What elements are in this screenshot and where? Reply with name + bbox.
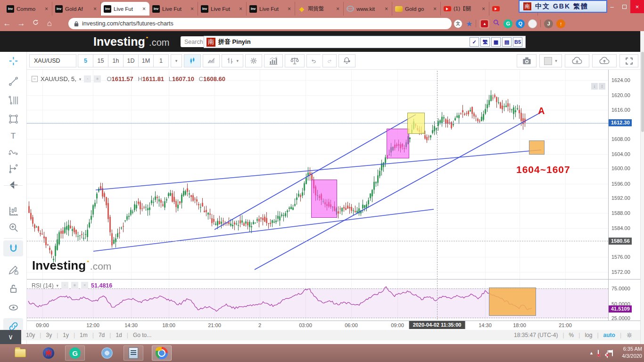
translate-icon[interactable]: 文 bbox=[454, 19, 462, 28]
window-restore-button[interactable] bbox=[618, 0, 630, 13]
rsi-caret-icon[interactable]: ▾ bbox=[57, 283, 59, 288]
reload-icon[interactable] bbox=[28, 19, 42, 28]
load-chart-button[interactable] bbox=[565, 54, 589, 67]
profile-avatar[interactable]: J bbox=[544, 19, 553, 28]
taskbar-explorer-icon[interactable] bbox=[10, 346, 30, 361]
pane-divider[interactable] bbox=[27, 279, 640, 280]
legend-symbol[interactable]: XAU/USD, 5, bbox=[41, 75, 76, 82]
magenta-annotation-box[interactable] bbox=[387, 129, 409, 158]
compare-scales-button[interactable] bbox=[285, 54, 305, 67]
tray-network-icon[interactable] bbox=[612, 350, 613, 356]
measure-tool-icon[interactable] bbox=[3, 203, 23, 219]
scale-down-button[interactable]: ↓ bbox=[591, 83, 598, 90]
ime-toolbar-button-1[interactable]: 繁 bbox=[480, 37, 490, 47]
ime-toolbar-button-0[interactable]: ✓ bbox=[470, 37, 479, 47]
tray-action-center-flag-icon[interactable]: ✕ bbox=[607, 350, 608, 356]
range-button-10y[interactable]: 10y bbox=[21, 332, 40, 338]
yellow-annotation-box[interactable] bbox=[407, 113, 425, 134]
rsi-remove-icon[interactable]: × bbox=[81, 282, 88, 289]
tab-close-icon[interactable]: × bbox=[335, 6, 340, 12]
taskbar-grammarly-icon[interactable]: G bbox=[65, 346, 85, 361]
browser-scrollbar[interactable] bbox=[640, 31, 644, 344]
text-tool-icon[interactable]: T bbox=[3, 128, 23, 144]
ime-toolbar-button-4[interactable]: B5 bbox=[513, 37, 522, 47]
pdf-extension-icon[interactable]: ▲ bbox=[479, 19, 489, 28]
time-axis[interactable]: 09:0012:0014:3018:0021:00203:0006:0009:0… bbox=[27, 321, 644, 330]
timeframe-button-5[interactable]: 5 bbox=[78, 54, 93, 67]
lens-extension-icon[interactable] bbox=[493, 19, 500, 28]
collapse-panel-button[interactable]: ∨ bbox=[0, 330, 21, 344]
range-button-7d[interactable]: 7d bbox=[94, 332, 109, 338]
home-icon[interactable]: ⌂ bbox=[42, 19, 57, 28]
settings-gear-button[interactable] bbox=[245, 54, 262, 67]
save-chart-button[interactable] bbox=[592, 54, 617, 67]
browser-tab-7[interactable]: www.kit× bbox=[344, 2, 392, 16]
bookmark-star-icon[interactable]: ★ bbox=[466, 19, 472, 28]
shapes-tool-icon[interactable] bbox=[3, 111, 23, 127]
area-chart-type-button[interactable] bbox=[203, 54, 220, 67]
candlestick-chart-type-button[interactable] bbox=[184, 54, 201, 67]
rsi-settings-icon[interactable]: ∗ bbox=[71, 282, 78, 289]
screenshot-camera-button[interactable] bbox=[517, 54, 537, 67]
auto-scale-button[interactable]: auto bbox=[599, 332, 620, 338]
alert-bell-button[interactable] bbox=[339, 54, 355, 67]
legend-caret-icon[interactable]: ▾ bbox=[79, 77, 82, 82]
tab-close-icon[interactable]: × bbox=[287, 6, 292, 12]
scale-updown-button[interactable]: ↕ bbox=[599, 83, 605, 90]
percent-scale-button[interactable]: % bbox=[564, 332, 579, 338]
log-scale-button[interactable]: log bbox=[580, 332, 597, 338]
ime-language-panel[interactable]: 南 中文 GBK 繁體 bbox=[519, 0, 607, 13]
elliott-wave-tool-icon[interactable] bbox=[3, 144, 23, 160]
timeframe-button-1D[interactable]: 1D bbox=[123, 54, 139, 67]
goto-button[interactable]: Go to... bbox=[128, 332, 156, 338]
symbol-input[interactable]: XAU/USD bbox=[29, 54, 76, 67]
draw-lock-tool-icon[interactable] bbox=[3, 262, 23, 278]
taskbar-clock[interactable]: 6:35 AM 4/3/2020 bbox=[622, 346, 642, 360]
browser-tab-4[interactable]: InvLive Fut× bbox=[198, 2, 247, 16]
ime-toolbar-button-2[interactable]: ▦ bbox=[491, 37, 501, 47]
timeframe-button-1h[interactable]: 1h bbox=[108, 54, 124, 67]
tab-close-icon[interactable]: × bbox=[238, 6, 243, 12]
annotation-a-label[interactable]: A bbox=[538, 106, 545, 116]
zoom-in-tool-icon[interactable] bbox=[3, 219, 23, 235]
grammarly-extension-icon[interactable]: G bbox=[504, 19, 512, 28]
taskbar-openoffice-icon[interactable] bbox=[124, 346, 143, 361]
axis-settings-gear-icon[interactable] bbox=[621, 332, 637, 339]
back-icon[interactable]: ← bbox=[0, 19, 14, 28]
ime-toolbar-button-3[interactable]: ▤ bbox=[502, 37, 512, 47]
update-icon[interactable]: ↑ bbox=[556, 19, 565, 28]
rsi-visibility-icon[interactable]: ◦ bbox=[61, 282, 68, 289]
tab-close-icon[interactable]: × bbox=[190, 6, 195, 12]
pitchfork-tool-icon[interactable] bbox=[3, 92, 23, 108]
indicators-button[interactable] bbox=[264, 54, 283, 67]
rsi-orange-annotation-box[interactable] bbox=[489, 288, 536, 316]
annotation-target-zone[interactable]: 1604~1607 bbox=[516, 164, 570, 175]
tray-usb-device-icon[interactable]: ✕ bbox=[598, 350, 599, 356]
forecast-tool-icon[interactable] bbox=[3, 160, 23, 176]
tray-hidden-icons-arrow[interactable]: ▲ bbox=[589, 351, 594, 355]
redo-button[interactable] bbox=[322, 54, 337, 67]
fullscreen-button[interactable] bbox=[619, 54, 638, 67]
browser-tab-2[interactable]: InvLive Fut× bbox=[101, 2, 149, 16]
browser-tab-5[interactable]: InvLive Fut× bbox=[247, 2, 295, 16]
timeframe-button-1M[interactable]: 1M bbox=[138, 54, 154, 67]
tab-close-icon[interactable]: × bbox=[432, 6, 438, 12]
rsi-label[interactable]: RSI (14) bbox=[32, 282, 54, 289]
taskbar-chrome-icon[interactable] bbox=[152, 346, 172, 361]
range-button-1y[interactable]: 1y bbox=[58, 332, 74, 338]
range-button-1d[interactable]: 1d bbox=[111, 332, 126, 338]
forward-icon[interactable]: → bbox=[14, 19, 28, 28]
browser-tab-6[interactable]: ◆期貨盤× bbox=[295, 2, 344, 16]
taskbar-chromium-icon[interactable] bbox=[97, 346, 117, 361]
tab-close-icon[interactable]: × bbox=[481, 6, 486, 12]
hide-drawings-tool-icon[interactable] bbox=[3, 299, 23, 315]
window-minimize-button[interactable]: – bbox=[606, 0, 618, 13]
price-axis[interactable]: 1624.001620.001616.001608.001604.001600.… bbox=[608, 70, 640, 321]
tab-close-icon[interactable]: × bbox=[92, 6, 98, 12]
browser-tab-1[interactable]: InvGold Af× bbox=[52, 2, 101, 16]
orange-annotation-box[interactable] bbox=[529, 140, 545, 155]
search-input[interactable]: Search bbox=[181, 36, 205, 47]
investing-logo[interactable]: Investing˙.com bbox=[93, 35, 169, 49]
trendline-tool-icon[interactable] bbox=[3, 73, 23, 89]
tab-close-icon[interactable]: × bbox=[384, 6, 389, 12]
